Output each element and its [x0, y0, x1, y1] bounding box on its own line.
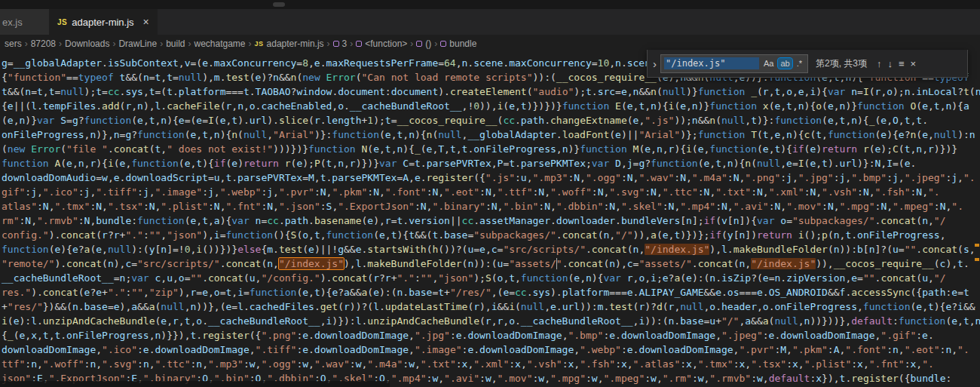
code-line: res.").concat(e?e+".":"","zip"),r=e,o=t,… — [2, 285, 980, 299]
find-widget: › "/index.js" Aa ab .* 第2项, 共3项 ↑ ↓ ≡ × — [647, 50, 968, 78]
whole-word-button[interactable]: ab — [778, 58, 792, 69]
titlebar — [0, 0, 980, 9]
regex-button[interactable]: .* — [795, 58, 804, 69]
code-line: i(e):l.unzipAndCacheBundle(e,r,t,o.__cac… — [2, 314, 980, 328]
vscode-window: ex.js JS adapter-min.js × sers›87208›Dow… — [0, 0, 980, 387]
text-cursor — [556, 258, 558, 269]
breadcrumb-symbol-item[interactable]: <function> — [356, 38, 407, 49]
tab-label: adapter-min.js — [72, 17, 133, 28]
breadcrumb-item[interactable]: wechatgame — [194, 38, 245, 49]
breadcrumb-item[interactable]: build — [166, 38, 185, 49]
tab-bar: ex.js JS adapter-min.js × — [0, 9, 980, 35]
breadcrumb-separator-icon: › — [249, 38, 252, 49]
symbol-method-icon — [333, 41, 339, 47]
code-line: gif":j,".ico":j,".tiff":j,".image":j,".w… — [2, 185, 980, 199]
code-line: ttf":n,".woff":n,".svg":n,".ttc":n,".mp3… — [2, 357, 980, 371]
code-line: function(e){e?a(e,null):(y[n]=!0,i())})}… — [2, 242, 980, 256]
code-line: __cacheBundleRoot__=n;var c,u,o="".conca… — [2, 271, 980, 285]
find-input[interactable]: "/index.js" Aa ab .* — [660, 54, 808, 73]
breadcrumb-file-item[interactable]: JSadapter-min.js — [255, 38, 324, 49]
symbol-method-icon — [440, 41, 446, 47]
close-find-button[interactable]: × — [911, 58, 917, 69]
breadcrumb-separator-icon: › — [350, 38, 353, 49]
overview-ruler-match-mark[interactable] — [975, 258, 979, 261]
find-results-count: 第2项, 共3项 — [816, 57, 867, 70]
previous-match-button[interactable]: ↑ — [877, 58, 882, 69]
code-line: atlas":N,".tmx":N,".tsx":N,".plist":N,".… — [2, 199, 980, 213]
symbol-method-icon — [356, 41, 362, 47]
code-line: downloadDomAudio=w,e.downloadScript=u,t.… — [2, 170, 980, 185]
horizontal-scrollbar[interactable] — [0, 381, 390, 387]
tab-adapter-min-js[interactable]: JS adapter-min.js × — [50, 9, 158, 35]
breadcrumb-symbol-item[interactable]: 3 — [333, 38, 348, 49]
find-query-text: "/index.js" — [664, 57, 759, 69]
match-case-button[interactable]: Aa — [761, 58, 776, 69]
code-line: t&&(n=t,t=null);t=cc.sys,t=(t.platform==… — [2, 84, 980, 99]
code-line: +"res/"})&&(n.base=e),a&&a(null,n))},(e=… — [2, 299, 980, 314]
code-line: onFileProgress,n)},n=g?function(e,t,n){n… — [2, 127, 980, 142]
tab-label: ex.js — [2, 17, 23, 28]
code-line: (new Error("file ".concat(t," does not e… — [2, 142, 980, 156]
symbol-method-icon — [416, 41, 422, 47]
breadcrumb-item[interactable]: 87208 — [31, 38, 56, 49]
code-line: downloadDomImage,".ico":e.downloadDomIma… — [2, 342, 980, 357]
breadcrumb-separator-icon: › — [25, 38, 28, 49]
breadcrumb-item[interactable]: DrawLine — [118, 38, 157, 49]
overview-ruler-match-mark[interactable] — [975, 244, 979, 247]
breadcrumb-separator-icon: › — [434, 38, 437, 49]
breadcrumb-symbol-item[interactable]: bundle — [440, 38, 476, 49]
breadcrumb-separator-icon: › — [112, 38, 115, 49]
toggle-replace-icon[interactable]: › — [653, 57, 657, 70]
js-file-icon: JS — [57, 18, 67, 26]
breadcrumb-item[interactable]: Downloads — [65, 38, 109, 49]
next-match-button[interactable]: ↓ — [888, 58, 893, 69]
breadcrumb-item[interactable]: sers — [5, 38, 22, 49]
breadcrumb-separator-icon: › — [59, 38, 62, 49]
tab-exjs[interactable]: ex.js — [0, 9, 50, 35]
breadcrumb-separator-icon: › — [327, 38, 330, 49]
breadcrumb-separator-icon: › — [188, 38, 191, 49]
code-line: {_(e,x,t,t.onFileProgress,n)}}),t.regist… — [2, 328, 980, 342]
code-line: config.").concat(r?r+".":"","json"),i=fu… — [2, 228, 980, 242]
code-line: rm":N,".rmvb":N,bundle:function(e,t,a){v… — [2, 213, 980, 228]
code-line: function A(e,n,r){i(e,function(e,t){if(e… — [2, 156, 980, 170]
breadcrumb-separator-icon: › — [160, 38, 163, 49]
code-line: {e||(l.tempFiles.add(r,n),l.cacheFile(r,… — [2, 99, 980, 113]
js-file-icon: JS — [255, 40, 264, 48]
breadcrumb-separator-icon: › — [410, 38, 413, 49]
find-in-selection-button[interactable]: ≡ — [899, 58, 905, 69]
tab-close-icon[interactable]: × — [143, 17, 149, 27]
breadcrumb-symbol-item[interactable]: () — [416, 38, 431, 49]
code-editor[interactable]: g=__globalAdapter.isSubContext,v=(e.maxC… — [0, 53, 980, 387]
titlebar-pill — [273, 2, 285, 7]
code-line: (e,n)}var S=g?function(e,t,n){e=(e=I(e,t… — [2, 113, 980, 127]
code-line: "remote/").concat(n),c="src/scripts/".co… — [2, 256, 980, 271]
